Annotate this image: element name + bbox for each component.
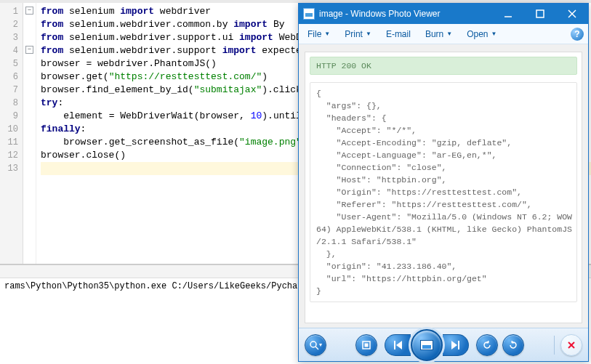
next-button[interactable]	[443, 334, 469, 356]
menu-print[interactable]: Print▼	[340, 27, 376, 41]
chevron-down-icon: ▼	[491, 31, 497, 37]
fold-column: − −	[23, 3, 36, 264]
chevron-down-icon: ▼	[324, 31, 330, 37]
help-icon: ?	[574, 29, 579, 39]
rotate-ccw-button[interactable]	[476, 334, 498, 356]
line-number: 11	[0, 136, 18, 149]
chevron-down-icon: ▼	[366, 31, 371, 37]
delete-x-icon	[566, 340, 576, 350]
nav-cluster	[385, 329, 469, 361]
minimize-icon	[504, 9, 512, 18]
close-icon	[568, 9, 576, 18]
line-number: 10	[0, 123, 18, 136]
line-number: 3	[0, 31, 18, 44]
minimize-button[interactable]	[492, 4, 524, 24]
image-page: HTTP 200 OK { "args": {}, "headers": { "…	[305, 52, 582, 323]
rotate-cw-icon	[508, 340, 518, 350]
line-number: 13	[0, 162, 18, 175]
slideshow-icon	[420, 340, 433, 350]
viewer-body: HTTP 200 OK { "args": {}, "headers": { "…	[299, 44, 588, 328]
photo-viewer-window: image - Windows Photo Viewer File▼ Print…	[298, 3, 589, 362]
delete-button[interactable]	[560, 334, 582, 356]
svg-point-4	[310, 341, 316, 347]
menu-file[interactable]: File▼	[303, 27, 334, 41]
actual-size-button[interactable]	[355, 334, 377, 356]
window-title: image - Windows Photo Viewer	[319, 9, 492, 19]
chevron-down-icon: ▼	[446, 31, 452, 37]
menubar: File▼ Print▼ E-mail Burn▼ Open▼ ?	[299, 24, 588, 44]
divider	[554, 336, 555, 355]
app-icon	[303, 8, 315, 20]
line-number: 6	[0, 70, 18, 84]
line-number: 9	[0, 110, 18, 123]
menu-burn[interactable]: Burn▼	[421, 27, 457, 41]
line-number: 5	[0, 57, 18, 70]
line-number-gutter: 12345678910111213	[0, 3, 23, 264]
fit-icon	[361, 340, 371, 350]
chevron-down-icon: ▾	[319, 341, 322, 348]
maximize-icon	[536, 9, 544, 18]
line-number: 1	[0, 5, 18, 18]
menu-open[interactable]: Open▼	[462, 27, 501, 41]
close-button[interactable]	[556, 4, 588, 24]
line-number: 7	[0, 84, 18, 97]
fold-icon[interactable]: −	[25, 7, 33, 15]
prev-button[interactable]	[385, 334, 411, 356]
maximize-button[interactable]	[524, 4, 556, 24]
rotate-cw-button[interactable]	[502, 334, 524, 356]
line-number: 8	[0, 97, 18, 110]
fold-icon[interactable]: −	[25, 46, 33, 54]
response-json: { "args": {}, "headers": { "Accept": "*/…	[310, 82, 577, 302]
titlebar[interactable]: image - Windows Photo Viewer	[299, 4, 588, 24]
line-number: 2	[0, 18, 18, 31]
slideshow-button[interactable]	[411, 329, 443, 361]
svg-rect-7	[365, 344, 368, 347]
rotate-ccw-icon	[482, 340, 492, 350]
line-number: 12	[0, 149, 18, 162]
control-bar: ▾	[299, 328, 588, 361]
magnifier-icon	[309, 340, 319, 350]
zoom-button[interactable]: ▾	[305, 334, 326, 356]
help-button[interactable]: ?	[571, 28, 584, 41]
svg-line-5	[315, 347, 318, 349]
http-status-badge: HTTP 200 OK	[310, 57, 577, 75]
svg-rect-1	[536, 10, 544, 17]
menu-email[interactable]: E-mail	[382, 27, 415, 41]
line-number: 4	[0, 44, 18, 57]
